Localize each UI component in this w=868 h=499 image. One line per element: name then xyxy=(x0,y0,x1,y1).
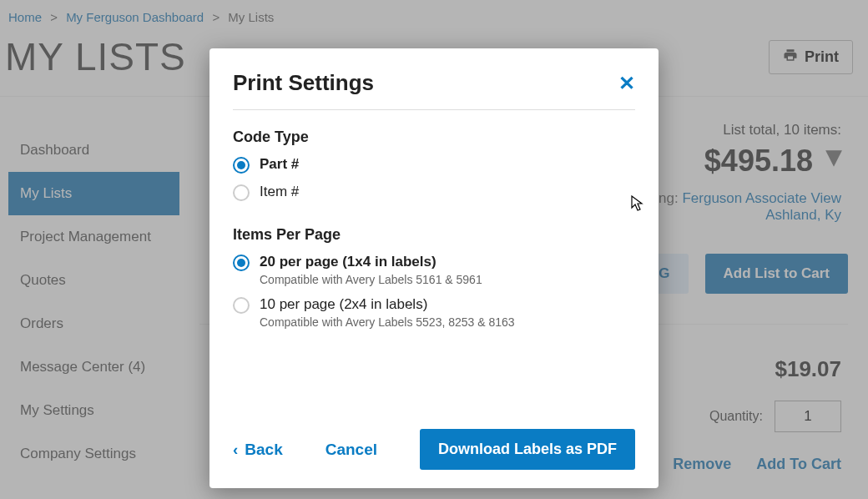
modal-overlay: Print Settings ✕ Code Type Part # Item #… xyxy=(0,0,868,499)
cancel-button[interactable]: Cancel xyxy=(326,441,377,459)
print-settings-modal: Print Settings ✕ Code Type Part # Item #… xyxy=(209,48,659,488)
radio-icon xyxy=(233,297,250,314)
radio-icon xyxy=(233,157,250,174)
radio-sublabel: Compatible with Avery Labels 5161 & 5961 xyxy=(260,273,482,286)
radio-label: Part # xyxy=(260,156,299,173)
close-icon[interactable]: ✕ xyxy=(618,72,635,95)
radio-icon xyxy=(233,255,250,271)
radio-20-per-page[interactable]: 20 per page (1x4 in labels) Compatible w… xyxy=(233,254,635,286)
radio-sublabel: Compatible with Avery Labels 5523, 8253 … xyxy=(260,315,515,329)
radio-label: Item # xyxy=(260,184,299,200)
radio-label: 20 per page (1x4 in labels) xyxy=(260,254,482,270)
download-labels-button[interactable]: Download Labels as PDF xyxy=(420,429,635,470)
items-per-page-label: Items Per Page xyxy=(233,226,635,244)
radio-10-per-page[interactable]: 10 per page (2x4 in labels) Compatible w… xyxy=(233,296,635,329)
radio-label: 10 per page (2x4 in labels) xyxy=(260,296,515,313)
back-button[interactable]: ‹ Back xyxy=(233,441,283,459)
back-label: Back xyxy=(245,441,282,459)
radio-part-number[interactable]: Part # xyxy=(233,156,635,174)
radio-item-number[interactable]: Item # xyxy=(233,184,635,201)
modal-title: Print Settings xyxy=(233,70,374,96)
radio-icon xyxy=(233,184,250,201)
chevron-left-icon: ‹ xyxy=(233,441,238,459)
code-type-label: Code Type xyxy=(233,129,635,146)
